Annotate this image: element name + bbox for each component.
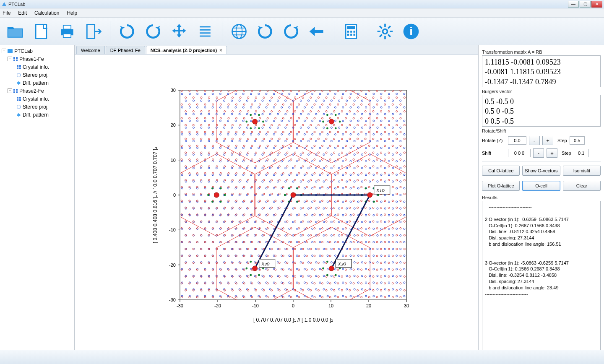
list-icon[interactable] [194,21,216,42]
svg-point-1891 [373,200,375,203]
cal-o-lattice-button[interactable]: Cal O-lattice [482,166,520,176]
svg-line-28 [380,26,382,28]
results-textbox[interactable]: ---------------------------- 2 O-vector … [482,201,601,361]
maximize-button[interactable]: ▢ [580,1,591,8]
menu-help[interactable]: Help [67,10,77,16]
o-cell-button[interactable]: O-cell [522,181,560,191]
svg-point-1909 [258,127,260,129]
tree-crystal-info[interactable]: Crystal info. [0,63,74,71]
tree-diff-pattern[interactable]: ✱Diff. pattern [0,79,74,87]
svg-point-1885 [297,200,299,203]
svg-point-1906 [250,114,252,116]
rotate-ccw-icon[interactable] [142,21,164,42]
svg-point-1893 [220,187,222,190]
svg-marker-0 [2,2,6,6]
exit-icon[interactable] [82,21,104,42]
show-o-vectors-button[interactable]: Show O-vectors [522,166,560,176]
svg-text:-30: -30 [169,297,176,302]
svg-rect-21 [350,34,352,36]
svg-point-1881 [297,187,299,190]
os-taskbar [0,350,604,364]
plot-canvas[interactable]: -30-20-100102030-30-20-100102030[ 0.707 … [75,55,478,352]
svg-text:30: 30 [171,88,176,93]
svg-line-30 [388,26,391,28]
tree-crystal-info[interactable]: Crystal info. [0,95,74,103]
svg-rect-19 [354,31,356,33]
svg-text:10: 10 [171,158,176,163]
rotate-ccw-2-icon[interactable] [280,21,302,42]
plot-o-lattice-button[interactable]: Plot O-lattice [482,181,520,191]
close-button[interactable]: ✕ [591,1,602,8]
rotate-z-input[interactable] [508,136,526,145]
svg-rect-20 [347,34,349,36]
svg-point-1899 [335,114,337,116]
svg-point-1930 [329,266,334,271]
svg-point-1920 [250,274,252,276]
settings-icon[interactable] [374,21,396,42]
back-icon[interactable] [306,21,328,42]
svg-text:-20: -20 [169,263,176,268]
globe-icon[interactable] [228,21,250,42]
svg-text:0: 0 [292,303,294,308]
rotate-step-input[interactable] [570,136,585,145]
rotate-cw-2-icon[interactable] [254,21,276,42]
tree-stereo-proj[interactable]: Stereo proj. [0,71,74,79]
svg-rect-5 [87,24,94,38]
transform-label: Transformation matrix A = RB [482,49,601,55]
info-icon[interactable]: i [400,21,422,42]
menu-bar: File Edit Calculation Help [0,8,604,18]
open-icon[interactable] [4,21,26,42]
pan-icon[interactable] [168,21,190,42]
shift-plus-button[interactable]: + [547,148,557,158]
minimize-button[interactable]: — [568,1,579,8]
rotate-minus-button[interactable]: - [529,136,540,145]
burgers-vector-box[interactable]: 0.5 -0.5 0 0.5 0 -0.5 0 0.5 -0.5 [482,95,601,127]
svg-point-1918 [250,261,252,263]
rotate-shift-label: Rotate/Shift [482,128,601,133]
svg-text:-10: -10 [169,227,176,232]
rotate-plus-button[interactable]: + [542,136,553,145]
tab-close-icon[interactable]: × [219,47,222,53]
svg-point-1905 [258,114,260,116]
tab-df-phase1[interactable]: DF-Phase1-Fe [106,46,145,54]
svg-text:-30: -30 [177,303,183,308]
shift-input[interactable] [508,149,531,157]
folder-icon [8,49,13,53]
svg-point-1901 [322,121,324,123]
menu-calculation[interactable]: Calculation [34,10,59,16]
clear-button[interactable]: Clear [563,181,601,191]
new-document-icon[interactable] [30,21,52,42]
window-title: PTCLab [8,2,568,7]
tree-diff-pattern[interactable]: ✱Diff. pattern [0,111,74,119]
menu-file[interactable]: File [3,10,10,16]
svg-point-1888 [364,187,367,190]
rotate-cw-icon[interactable] [116,21,138,42]
calculator-icon[interactable] [340,21,362,42]
tree-stereo-proj[interactable]: Stereo proj. [0,103,74,111]
svg-point-1914 [326,274,328,276]
tree-root[interactable]: −PTCLab [0,47,74,55]
shift-step-input[interactable] [574,149,589,157]
svg-line-29 [388,34,391,36]
svg-point-1931 [253,266,258,271]
tree-phase1[interactable]: −Phase1-Fe [0,55,74,63]
star-icon: ✱ [17,113,21,117]
svg-point-1919 [245,268,247,270]
print-icon[interactable] [56,21,78,42]
window-titlebar: PTCLab — ▢ ✕ [0,0,604,8]
menu-edit[interactable]: Edit [18,10,27,16]
svg-rect-16 [347,26,355,29]
svg-point-1896 [211,200,213,203]
svg-point-23 [383,29,388,34]
svg-point-1892 [224,194,226,196]
tree-phase2[interactable]: −Phase2-Fe [0,87,74,95]
transform-matrix-box[interactable]: 1.11815 -0.0081 0.09523 -0.0081 1.11815 … [482,55,601,87]
tab-ncs-analysis[interactable]: NCS--analysis (2-D projection)× [146,46,227,54]
svg-rect-22 [354,34,356,36]
svg-point-1913 [322,268,324,270]
isomisfit-button[interactable]: Isomisfit [563,166,601,176]
tab-welcome[interactable]: Welcome [76,46,105,54]
svg-point-1929 [253,119,258,124]
project-tree[interactable]: −PTCLab −Phase1-Fe Crystal info. Stereo … [0,45,75,364]
shift-minus-button[interactable]: - [533,148,544,158]
